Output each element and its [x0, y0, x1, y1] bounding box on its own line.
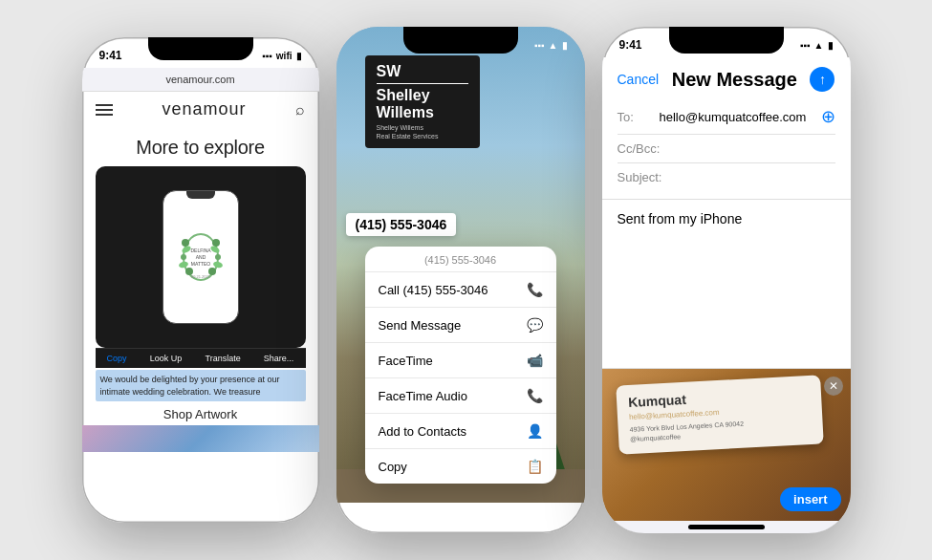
- contacts-icon: 👤: [527, 423, 543, 439]
- facetime-icon: 📹: [527, 353, 543, 368]
- time-1: 9:41: [99, 49, 122, 62]
- body-text: Sent from my iPhone: [618, 211, 743, 226]
- notch-3: [669, 27, 784, 54]
- battery-2: ▮: [562, 40, 568, 51]
- wifi-3: ▲: [814, 40, 824, 51]
- realestate-sign: SW Shelley Willems Shelley Willems Real …: [365, 55, 480, 148]
- real-estate-photo: SW Shelley Willems Shelley Willems Real …: [336, 27, 585, 503]
- brand-name: venamour: [162, 99, 246, 119]
- svg-text:MATTEO: MATTEO: [190, 261, 210, 267]
- compose-nav: Cancel New Message ↑: [618, 67, 835, 92]
- copy-icon: 📋: [527, 459, 543, 474]
- url-display: venamour.com: [165, 74, 234, 85]
- popup-add-contacts-label: Add to Contacts: [379, 424, 467, 439]
- sign-subtitle: Shelley Willems Real Estate Services: [377, 123, 468, 140]
- notch-1: [148, 37, 253, 60]
- popup-copy-label: Copy: [379, 460, 407, 474]
- sign-initials: SW: [377, 63, 468, 84]
- highlighted-text: We would be delighted by your presence a…: [96, 370, 306, 401]
- status-icons-3: ▪▪▪ ▲ ▮: [800, 40, 834, 51]
- cart-icon[interactable]: ⌕: [295, 101, 305, 118]
- call-icon: 📞: [527, 282, 543, 297]
- phone-number-popup: (415) 555-3046 Call (415) 555-3046 📞 Sen…: [365, 247, 556, 484]
- wifi-2: ▲: [549, 40, 558, 51]
- close-card-button[interactable]: ✕: [824, 377, 843, 396]
- popup-facetime-audio-label: FaceTime Audio: [379, 389, 467, 403]
- popup-message-label: Send Message: [379, 318, 462, 333]
- home-indicator: [688, 525, 765, 529]
- status-icons-2: ▪▪▪ ▲ ▮: [534, 40, 568, 51]
- compose-footer: Kumquat hello@kumquatcoffee.com 4936 Yor…: [602, 368, 851, 521]
- hero-text: More to explore: [82, 127, 319, 166]
- phone2-content: SW Shelley Willems Shelley Willems Real …: [336, 27, 585, 503]
- phone1-content: venamour.com venamour ⌕ More to explore: [82, 68, 319, 523]
- svg-text:AND: AND: [195, 254, 206, 260]
- cc-label: Cc/Bcc:: [618, 141, 661, 156]
- add-recipient-button[interactable]: ⊕: [821, 106, 835, 127]
- popup-copy[interactable]: Copy 📋: [365, 449, 556, 484]
- ctx-lookup[interactable]: Look Up: [150, 354, 183, 363]
- ctx-share[interactable]: Share...: [264, 354, 294, 363]
- phone-2: ▪▪▪ ▲ ▮ SW Shelley Willems Shelley Wille…: [336, 27, 585, 533]
- time-3: 9:41: [619, 38, 642, 52]
- phone3-content: Cancel New Message ↑ To: hello@kumquatco…: [602, 57, 851, 533]
- ctx-copy[interactable]: Copy: [107, 354, 127, 363]
- signal-icon-1: ▪▪▪: [262, 51, 272, 61]
- status-icons-1: ▪▪▪ wifi ▮: [262, 51, 301, 61]
- color-strip: [82, 425, 319, 452]
- send-button[interactable]: ↑: [810, 67, 834, 92]
- signal-3: ▪▪▪: [800, 40, 811, 51]
- to-field[interactable]: To: hello@kumquatcoffee.com ⊕: [618, 99, 835, 135]
- subject-field[interactable]: Subject:: [618, 163, 835, 191]
- subject-label: Subject:: [618, 170, 662, 184]
- sign-name-line1: Shelley: [377, 87, 468, 104]
- phone-number-on-sign: (415) 555-3046: [346, 213, 457, 236]
- popup-message[interactable]: Send Message 💬: [365, 308, 556, 343]
- message-icon: 💬: [527, 317, 543, 333]
- svg-point-1: [182, 239, 189, 247]
- to-label: To:: [618, 110, 656, 124]
- facetime-audio-icon: 📞: [527, 388, 543, 403]
- svg-text:DELFINA: DELFINA: [190, 248, 211, 253]
- sign-board: SW Shelley Willems Shelley Willems Real …: [365, 55, 480, 148]
- phone-1: 9:41 ▪▪▪ wifi ▮ venamour.com venamour ⌕ …: [82, 37, 319, 523]
- popup-header: (415) 555-3046: [365, 247, 556, 272]
- battery-3: ▮: [828, 40, 834, 51]
- signal-2: ▪▪▪: [534, 40, 545, 51]
- safari-bar[interactable]: venamour.com: [82, 68, 319, 92]
- svg-point-9: [178, 261, 188, 269]
- battery-icon-1: ▮: [296, 51, 302, 61]
- compose-header: Cancel New Message ↑ To: hello@kumquatco…: [602, 57, 851, 200]
- insert-button[interactable]: insert: [780, 487, 840, 511]
- svg-point-3: [181, 254, 186, 260]
- footer-bg: Kumquat hello@kumquatcoffee.com 4936 Yor…: [602, 369, 851, 521]
- popup-call[interactable]: Call (415) 555-3046 📞: [365, 272, 556, 308]
- svg-point-10: [212, 261, 223, 269]
- popup-add-contacts[interactable]: Add to Contacts 👤: [365, 414, 556, 449]
- cc-field[interactable]: Cc/Bcc:: [618, 135, 835, 163]
- compose-body[interactable]: Sent from my iPhone: [602, 200, 851, 368]
- phone-3: 9:41 ▪▪▪ ▲ ▮ Cancel New Message ↑ To: he…: [602, 27, 851, 533]
- wreath-illustration: DELFINA AND MATTEO 09.21.2021: [172, 219, 229, 295]
- hamburger-menu[interactable]: [96, 104, 113, 116]
- svg-text:09.21.2021: 09.21.2021: [190, 274, 210, 279]
- sign-name-line2: Willems: [377, 104, 468, 121]
- popup-facetime-label: FaceTime: [379, 354, 433, 368]
- popup-facetime-audio[interactable]: FaceTime Audio 📞: [365, 378, 556, 414]
- cancel-button[interactable]: Cancel: [618, 72, 660, 87]
- wifi-icon-1: wifi: [276, 51, 293, 61]
- nav-bar-1: venamour ⌕: [82, 92, 319, 127]
- context-menu-bar: Copy Look Up Translate Share...: [96, 348, 306, 368]
- ctx-translate[interactable]: Translate: [205, 354, 240, 363]
- svg-point-4: [215, 254, 221, 260]
- popup-facetime[interactable]: FaceTime 📹: [365, 343, 556, 378]
- compose-title: New Message: [672, 69, 797, 91]
- product-card: DELFINA AND MATTEO 09.21.2021: [96, 166, 306, 348]
- svg-point-2: [212, 239, 220, 247]
- status-bar-2: ▪▪▪ ▲ ▮: [336, 27, 585, 57]
- shop-artwork-link[interactable]: Shop Artwork: [82, 401, 319, 425]
- phones-container: 9:41 ▪▪▪ wifi ▮ venamour.com venamour ⌕ …: [63, 8, 870, 552]
- popup-call-label: Call (415) 555-3046: [379, 283, 488, 297]
- business-card: Kumquat hello@kumquatcoffee.com 4936 Yor…: [616, 375, 823, 454]
- inner-phone: DELFINA AND MATTEO 09.21.2021: [163, 190, 239, 324]
